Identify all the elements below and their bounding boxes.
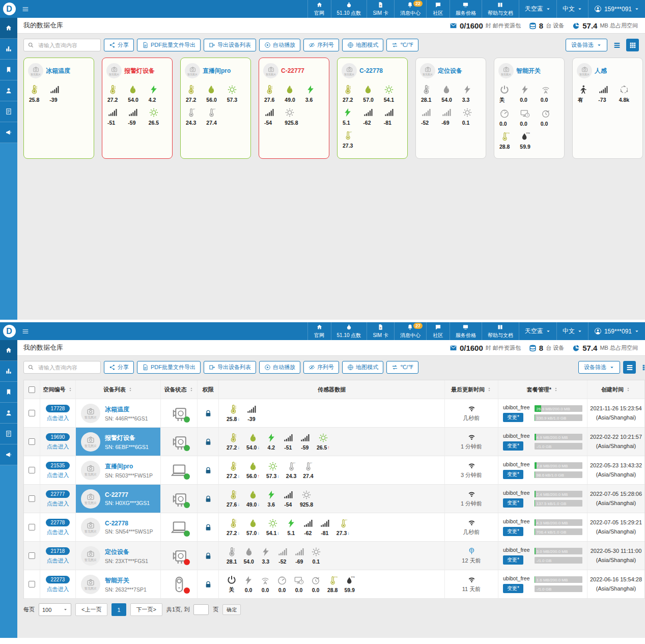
device-card[interactable]: 暂无图片智能开关关0.00.00.00.00.0RTH28.8RTH59.9 [494,58,565,159]
nav-community[interactable]: 社区 [426,0,450,18]
grid-view-button[interactable] [639,361,645,374]
theme-select[interactable]: 天空蓝 [519,0,556,18]
sidebar-item-users[interactable] [0,403,17,424]
enter-space-link[interactable]: 点击进入 [47,585,69,593]
prev-page-button[interactable]: <上一页 [75,603,107,616]
nav-official-site[interactable]: 官网 [307,322,331,340]
per-page-select[interactable]: 100 [39,603,71,616]
current-page-button[interactable]: 1 [111,603,126,616]
nav-help-docs[interactable]: 帮助与文档 [482,322,519,340]
autoplay-button[interactable]: 自动播放 [259,361,300,374]
sidebar-item-device-list[interactable] [0,101,17,122]
pdf-batch-export-button[interactable]: PDF批量文件导出 [137,39,201,51]
theme-select[interactable]: 天空蓝 [519,322,556,340]
column-header[interactable]: 设备状态 [161,380,198,399]
search-input[interactable] [37,364,97,371]
row-checkbox[interactable] [29,438,35,445]
space-id-badge[interactable]: 19690 [46,433,70,441]
next-page-button[interactable]: 下一页> [130,603,162,616]
column-header[interactable]: 创建时间 [587,380,644,399]
nav-pricing[interactable]: 服务价格 [450,322,482,340]
serial-number-button[interactable]: 序列号 [303,361,339,374]
space-id-badge[interactable]: 22778 [46,519,70,526]
lock-icon[interactable] [204,580,212,589]
unit-toggle-button[interactable]: ℃/℉ [386,39,418,51]
space-id-badge[interactable]: 21718 [46,547,70,555]
device-name-link[interactable]: C-22778 [105,520,128,527]
sidebar-item-charts[interactable] [0,39,17,60]
device-name[interactable]: 冰箱温度 [46,67,70,75]
device-name-link[interactable]: 报警灯设备 [105,434,135,442]
sidebar-item-charts[interactable] [0,361,17,382]
sort-icon[interactable] [487,387,492,392]
nav-pricing[interactable]: 服务价格 [450,0,482,18]
change-plan-button[interactable]: 变更* [503,470,523,479]
nav-official-site[interactable]: 官网 [307,0,331,18]
change-plan-button[interactable]: 变更* [503,555,523,565]
sidebar-item-users[interactable] [0,80,17,101]
row-checkbox[interactable] [29,495,35,502]
enter-space-link[interactable]: 点击进入 [47,557,69,565]
autoplay-button[interactable]: 自动播放 [259,39,300,51]
search-input[interactable] [37,42,97,49]
share-button[interactable]: 分享 [104,361,134,374]
enter-space-link[interactable]: 点击进入 [47,528,69,536]
language-select[interactable]: 中文 [556,322,588,340]
space-id-badge[interactable]: 21535 [46,462,70,469]
sort-icon[interactable] [189,387,194,392]
sort-icon[interactable] [128,387,133,392]
goto-confirm-button[interactable]: 确定 [222,604,241,615]
column-header[interactable]: 设备列表 [76,380,161,399]
row-checkbox[interactable] [29,581,35,587]
change-plan-button[interactable]: 变更* [503,584,523,593]
menu-toggle-button[interactable] [18,322,33,340]
serial-number-button[interactable]: 序列号 [303,39,339,51]
device-name-link[interactable]: 定位设备 [105,548,129,556]
sidebar-item-bookmarks[interactable] [0,60,17,80]
device-name[interactable]: 直播间pro [203,67,231,75]
space-id-badge[interactable]: 22777 [46,490,70,498]
map-mode-button[interactable]: 地图模式 [342,39,383,51]
change-plan-button[interactable]: 变更* [503,498,523,508]
nav-community[interactable]: 社区 [426,322,450,340]
goto-page-input[interactable] [193,604,209,615]
sidebar-item-home[interactable] [0,340,17,361]
device-name-link[interactable]: 冰箱温度 [105,405,129,414]
nav-points[interactable]: 51.10 点数 [331,0,367,18]
device-card[interactable]: 暂无图片定位设备28.154.03.3-52-690.1 [415,58,486,159]
sidebar-item-device-list[interactable] [0,424,17,444]
device-name-link[interactable]: 智能开关 [105,576,129,585]
pdf-batch-export-button[interactable]: PDF批量文件导出 [137,361,201,374]
device-card[interactable]: 暂无图片报警灯设备27.254.04.2-51-5926.5 [102,58,173,159]
sort-icon[interactable] [626,387,631,392]
lock-icon[interactable] [204,552,212,560]
nav-message-center[interactable]: 27消息中心 [394,322,426,340]
change-plan-button[interactable]: 变更* [503,527,523,536]
row-checkbox[interactable] [29,524,35,530]
column-header[interactable]: 套餐管理* [498,380,587,399]
app-logo[interactable]: D [0,0,18,18]
device-name-link[interactable]: 直播间pro [105,462,133,471]
lock-icon[interactable] [204,466,212,474]
user-menu[interactable]: 159***091 [588,322,645,340]
enter-space-link[interactable]: 点击进入 [47,500,69,508]
device-card[interactable]: 暂无图片直播间pro27.256.057.3ET24.3ET27.4 [180,58,251,159]
sidebar-item-announcements[interactable] [0,122,17,143]
nav-help-docs[interactable]: 帮助与文档 [482,0,519,18]
nav-sim-card[interactable]: SIM 卡 [367,322,394,340]
column-header[interactable]: 最后更新时间 [445,380,498,399]
row-checkbox[interactable] [29,410,35,416]
lock-icon[interactable] [204,523,212,531]
lock-icon[interactable] [204,438,212,446]
device-card[interactable]: 暂无图片C-2277727.649.03.6-54925.8 [259,58,329,159]
enter-space-link[interactable]: 点击进入 [47,414,69,422]
device-card[interactable]: 暂无图片冰箱温度25.8-39 [23,58,94,159]
menu-toggle-button[interactable] [18,0,33,18]
enter-space-link[interactable]: 点击进入 [47,443,69,451]
device-name[interactable]: 人感 [595,67,607,75]
list-view-button[interactable] [623,361,636,374]
export-device-list-button[interactable]: 导出设备列表 [204,361,256,374]
column-header[interactable]: 空间编号 [40,380,76,399]
space-id-badge[interactable]: 22273 [46,576,70,583]
nav-points[interactable]: 51.10 点数 [331,322,367,340]
